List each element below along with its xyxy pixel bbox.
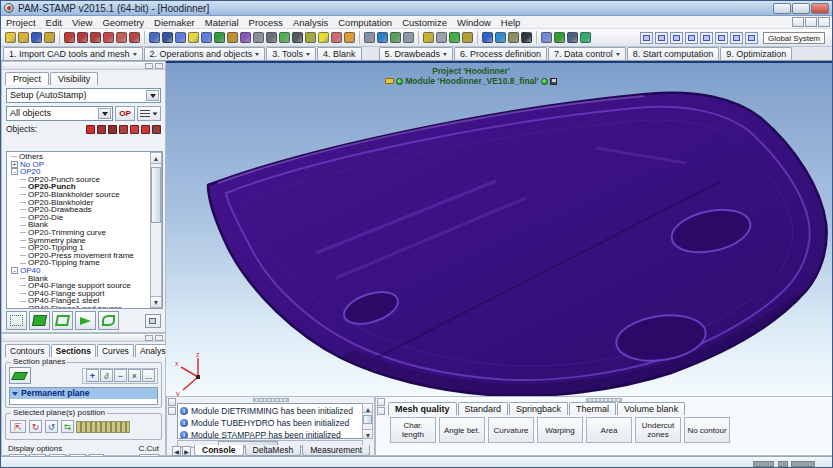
quality-strip-button-down[interactable]: [377, 407, 385, 415]
object-filter-combobox[interactable]: All objects: [6, 106, 113, 121]
quality-tab-volume-blank[interactable]: Volume blank: [617, 402, 685, 415]
arrow-red-icon[interactable]: [141, 125, 150, 134]
scroll-up-arrow[interactable]: [151, 153, 161, 164]
custom-view[interactable]: [745, 32, 758, 44]
tab-scroll-left-button[interactable]: ◀: [172, 446, 181, 456]
tab-contours[interactable]: Contours: [5, 344, 50, 357]
menu-project[interactable]: Project: [1, 16, 41, 29]
select-outline-tool[interactable]: [52, 311, 73, 330]
global-system-selector[interactable]: Global System: [763, 32, 825, 44]
step-tab[interactable]: 7. Data control: [548, 47, 626, 60]
console-tab-deltamesh[interactable]: DeltaMesh: [245, 445, 302, 456]
zoom-in-icon[interactable]: [77, 32, 88, 43]
console-tab-console[interactable]: Console: [194, 445, 244, 456]
minimize-button[interactable]: [773, 3, 791, 14]
zoom-window-icon[interactable]: [103, 32, 114, 43]
close-button[interactable]: [811, 3, 829, 14]
scroll-down-arrow[interactable]: [151, 296, 161, 307]
books-icon[interactable]: [152, 125, 161, 134]
menu-help[interactable]: Help: [496, 16, 526, 29]
shaded-icon[interactable]: [266, 32, 277, 43]
mirror-icon[interactable]: [567, 32, 578, 43]
folder-red-icon[interactable]: [119, 125, 128, 134]
surface-icon[interactable]: [240, 32, 251, 43]
menu-computation[interactable]: Computation: [333, 16, 397, 29]
select-arrow-tool[interactable]: [75, 311, 96, 330]
dock-close-button[interactable]: [155, 63, 163, 69]
setup-combobox[interactable]: Setup (AutoStamp): [6, 88, 161, 103]
tree-expander-icon[interactable]: -: [11, 267, 18, 274]
tab-visibility[interactable]: Visibility: [50, 72, 98, 85]
notebook2-icon[interactable]: [108, 125, 117, 134]
step-menu-arrow-icon[interactable]: [443, 53, 447, 56]
pen-red-icon[interactable]: [130, 125, 139, 134]
dock-pin-button[interactable]: [145, 63, 153, 69]
quality-tab-springback[interactable]: Springback: [509, 402, 568, 415]
mdi-restore-button[interactable]: [805, 17, 817, 27]
move-icon[interactable]: [482, 32, 493, 43]
iso-view[interactable]: [640, 32, 653, 44]
menu-customize[interactable]: Customize: [397, 16, 452, 29]
sphere-icon[interactable]: [318, 32, 329, 43]
step-menu-arrow-icon[interactable]: [306, 53, 310, 56]
frame3-icon[interactable]: [541, 32, 552, 43]
quality-button-no-contour[interactable]: No contour: [684, 417, 730, 443]
hood-model[interactable]: [166, 63, 833, 396]
bottom-view[interactable]: [730, 32, 743, 44]
top-view[interactable]: [715, 32, 728, 44]
save-project-icon[interactable]: [31, 32, 42, 43]
plane-list-item[interactable]: Permanent plane: [10, 388, 157, 399]
palette-icon[interactable]: [462, 32, 473, 43]
section-icon[interactable]: [279, 32, 290, 43]
pan-left-icon[interactable]: [149, 32, 160, 43]
tree-expander-icon[interactable]: -: [11, 168, 18, 175]
mdi-minimize-button[interactable]: [792, 17, 804, 27]
zoom-out-icon[interactable]: [90, 32, 101, 43]
attach-plane-button[interactable]: ∂: [100, 369, 113, 382]
console-strip-button-up[interactable]: [168, 398, 176, 406]
back-view[interactable]: [670, 32, 683, 44]
quality-tab-thermal[interactable]: Thermal: [569, 402, 616, 415]
draw-icon[interactable]: [423, 32, 434, 43]
select-rect-icon[interactable]: [64, 32, 75, 43]
quality-button-curvature[interactable]: Curvature: [488, 417, 534, 443]
plane-position-gauge[interactable]: [76, 421, 130, 433]
menu-edit[interactable]: Edit: [41, 16, 67, 29]
rotate-icon[interactable]: [495, 32, 506, 43]
print-icon[interactable]: [436, 32, 447, 43]
wireframe-icon[interactable]: [253, 32, 264, 43]
quality-tab-mesh-quality[interactable]: Mesh quality: [388, 402, 457, 415]
tab-scroll-right-button[interactable]: ▶: [182, 446, 191, 456]
step-tab[interactable]: 6. Process definition: [454, 47, 547, 60]
menu-view[interactable]: View: [67, 16, 97, 29]
quality-button-warping[interactable]: Warping: [537, 417, 583, 443]
list-view-button[interactable]: [137, 106, 161, 121]
step-tab[interactable]: 1. Import CAD tools and mesh: [3, 47, 143, 60]
measure-icon[interactable]: [508, 32, 519, 43]
remove-plane-button[interactable]: −: [114, 369, 127, 382]
tree-scrollbar[interactable]: [150, 152, 162, 308]
quality-tab-standard[interactable]: Standard: [458, 402, 509, 415]
frame-icon[interactable]: [175, 32, 186, 43]
new-project-icon[interactable]: [5, 32, 16, 43]
settings-icon[interactable]: [521, 32, 532, 43]
select-points-tool[interactable]: [6, 311, 27, 330]
menu-process[interactable]: Process: [244, 16, 288, 29]
menu-material[interactable]: Material: [200, 16, 244, 29]
step-menu-arrow-icon[interactable]: [133, 53, 137, 56]
rotate-plane-ccw-button[interactable]: ↺: [45, 420, 58, 433]
step-tab[interactable]: 4. Blank: [317, 47, 362, 60]
quality-button-area[interactable]: Area: [586, 417, 632, 443]
add-plane-button[interactable]: +: [86, 369, 99, 382]
step-menu-arrow-icon[interactable]: [255, 53, 259, 56]
highlight-icon[interactable]: [188, 32, 199, 43]
fit-view-icon[interactable]: [129, 32, 140, 43]
stamp-icon[interactable]: [449, 32, 460, 43]
tab-sections[interactable]: Sections: [51, 344, 96, 357]
export-icon[interactable]: [44, 32, 55, 43]
notebook-icon[interactable]: [97, 125, 106, 134]
maximize-button[interactable]: [792, 3, 810, 14]
mdi-close-button[interactable]: [818, 17, 830, 27]
step-menu-arrow-icon[interactable]: [616, 53, 620, 56]
console-strip-button-down[interactable]: [168, 407, 176, 415]
